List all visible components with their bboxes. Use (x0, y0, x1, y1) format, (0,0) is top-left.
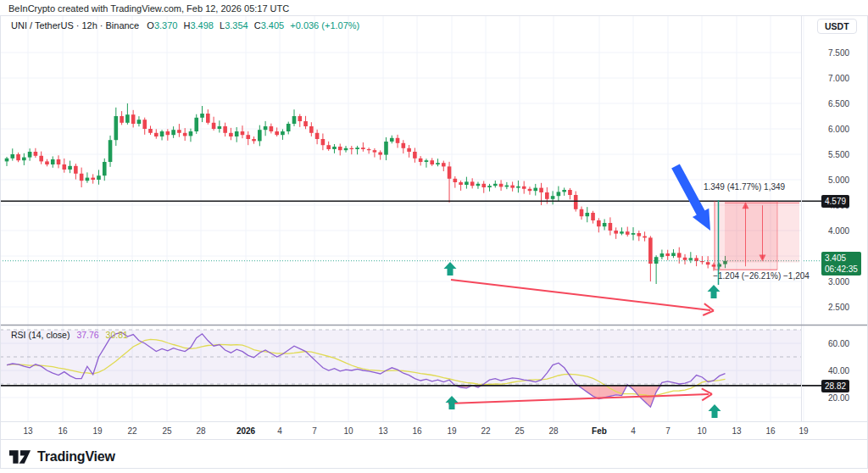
time-tick-label: 7 (665, 426, 670, 436)
change-value: +0.036 (+1.07%) (290, 20, 359, 31)
time-tick-label: 13 (23, 426, 32, 436)
resistance-price-label: 4.579 (821, 195, 849, 208)
ohlc-high: 3.498 (190, 20, 214, 31)
time-tick-label: 28 (196, 426, 205, 436)
price-tick-label: 5.000 (828, 175, 849, 185)
time-tick-label: 13 (732, 426, 741, 436)
time-tick-label: 22 (127, 426, 136, 436)
symbol-name: UNI / TetherUS (11, 20, 74, 31)
time-tick-label: 16 (765, 426, 775, 436)
price-tick-label: 5.500 (828, 150, 849, 159)
trendline-rsi[interactable] (448, 394, 709, 403)
ohlc-low: 3.354 (225, 20, 248, 31)
up-arrow-marker-main-1[interactable] (444, 262, 457, 275)
ohlc-close-label: C (254, 20, 261, 31)
trendline-rsi-head (702, 388, 712, 394)
up-arrow-marker-main-2[interactable] (708, 285, 721, 298)
attribution-text: BeInCrypto created with TradingView.com,… (8, 3, 289, 14)
rsi-tick-label: 40.00 (828, 366, 849, 376)
time-tick-label: 25 (162, 426, 171, 436)
tradingview-logo-icon (8, 447, 31, 467)
last-price-label: 3.405 06:42:35 (821, 252, 861, 275)
rsi-tick-label: 60.00 (828, 339, 849, 348)
ohlc-open: 3.370 (154, 20, 178, 31)
time-tick-label: 10 (697, 426, 706, 436)
time-tick-label: 7 (312, 426, 317, 436)
trendline-main[interactable] (451, 280, 710, 310)
time-tick-label: 28 (548, 426, 558, 436)
time-tick-label: 22 (481, 426, 490, 436)
time-tick-label: 10 (343, 426, 353, 436)
price-tick-label: 7.000 (828, 74, 849, 83)
bar-countdown: 06:42:35 (825, 264, 858, 275)
tradingview-logo[interactable]: TradingView (8, 447, 115, 467)
exchange: Binance (105, 20, 139, 31)
interval: 12h (81, 20, 97, 31)
candles-series[interactable] (5, 103, 727, 284)
time-tick-label: 19 (447, 426, 456, 436)
currency-toggle-button[interactable]: USDT (817, 19, 857, 34)
time-tick-label: 16 (58, 426, 67, 436)
rsi-value: 37.76 (76, 330, 98, 340)
price-tick-label: 2.500 (828, 303, 849, 312)
rsi-tick-label: 20.00 (828, 393, 849, 403)
range-down-annotation[interactable]: −1.204 (−26.21%) −1,204 (713, 271, 810, 281)
blue-arrow-stem[interactable] (676, 166, 702, 214)
time-tick-label: 19 (798, 426, 808, 436)
price-tick-label: 7.500 (828, 48, 849, 58)
rsi-title: RSI (14, close) (11, 330, 70, 340)
rsi-legend[interactable]: RSI (14, close) 37.76 30.81 (11, 330, 128, 340)
price-tick-label: 4.000 (828, 226, 849, 236)
time-tick-label: Feb (592, 426, 607, 436)
last-price-value: 3.405 (825, 253, 858, 264)
time-tick-label: 2026 (236, 426, 255, 436)
time-tick-label: 13 (378, 426, 387, 436)
price-tick-label: 6.000 (828, 125, 849, 134)
range-up-annotation[interactable]: 1.349 (41.77%) 1,349 (704, 182, 785, 192)
time-tick-label: 16 (412, 426, 421, 436)
rsi-level-label: 28.82 (821, 380, 849, 392)
rsi-ma-value: 30.81 (106, 330, 128, 340)
time-tick-label: 4 (277, 426, 282, 436)
chart-canvas[interactable] (0, 0, 868, 473)
tradingview-logo-text: TradingView (37, 449, 115, 465)
tradingview-snapshot: BeInCrypto created with TradingView.com,… (0, 0, 868, 473)
time-tick-label: 4 (631, 426, 636, 436)
up-arrow-marker-rsi-2[interactable] (709, 404, 721, 418)
price-tick-label: 6.500 (828, 99, 849, 109)
symbol-legend[interactable]: UNI / TetherUS·12h·Binance O3.370 H3.498… (11, 20, 359, 31)
price-tick-label: 3.000 (828, 277, 849, 287)
ohlc-close: 3.405 (261, 20, 285, 31)
trendline-main-head (703, 310, 714, 315)
time-tick-label: 19 (92, 426, 102, 436)
ohlc-open-label: O (147, 20, 154, 31)
time-tick-label: 25 (515, 426, 524, 436)
